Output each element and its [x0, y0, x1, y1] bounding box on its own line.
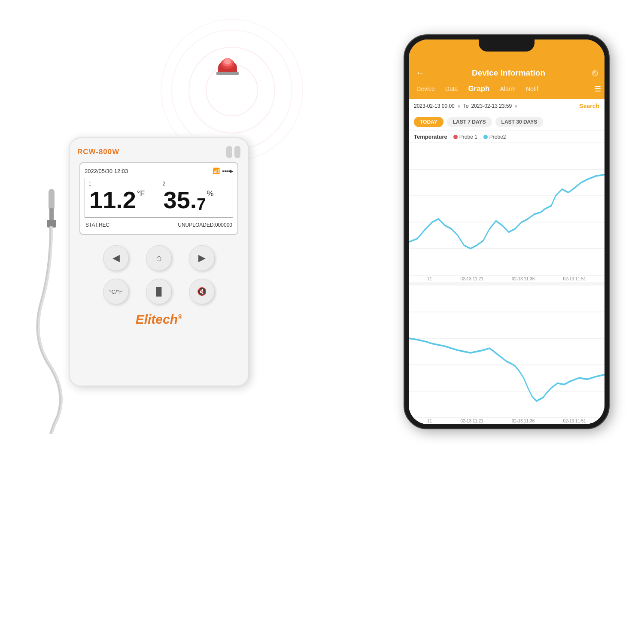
lcd-screen: 2022/05/30 12:03 📶 ▪▪▪▪▸ 1 11.2 °F	[79, 162, 238, 235]
to-date: 2023-02-13 23:59	[471, 103, 512, 109]
x-label-2: 02-13 11:21	[460, 276, 483, 281]
legend-probe2: Probe2	[483, 134, 506, 140]
smartphone: ← Device Information ⎋ Device Data Graph…	[404, 34, 610, 429]
legend-probe1: Probe 1	[453, 134, 477, 140]
app-header: ← Device Information ⎋	[409, 63, 605, 83]
channel2-reading: 2 35.7 %	[159, 178, 233, 217]
svg-rect-9	[216, 72, 239, 75]
channel1-value: 11.2	[89, 186, 136, 214]
unuploaded-display: UNUPLOADED:000000	[178, 222, 232, 228]
device-slots	[226, 146, 240, 158]
svg-rect-10	[49, 189, 55, 210]
tab-device[interactable]: Device	[412, 84, 439, 94]
x-label-1: 11	[427, 276, 432, 281]
tab-data[interactable]: Data	[441, 84, 462, 94]
menu-icon[interactable]: ☰	[594, 84, 601, 94]
left-button[interactable]: ◀	[103, 245, 129, 271]
record-button[interactable]: ▐▌	[146, 279, 172, 304]
alarm-siren-icon	[210, 45, 245, 79]
right-button[interactable]: ▶	[189, 245, 215, 271]
search-button[interactable]: Search	[579, 103, 599, 109]
bottom-chart-labels: 11 02-13 11:21 02-13 11:36 02-13 11:51	[409, 418, 605, 424]
channel2-value: 35.7	[164, 186, 206, 214]
share-button[interactable]: ⎋	[592, 67, 598, 79]
probe1-label: Probe 1	[459, 134, 477, 140]
chart-area: 11 02-13 11:21 02-13 11:36 02-13 11:51	[409, 143, 605, 424]
filter-30days[interactable]: LAST 30 DAYS	[495, 117, 544, 127]
brand-registered: ®	[178, 313, 182, 320]
date-range-row: 2023-02-13 00:00 ∨ To 2023-02-13 23:59 ∨…	[409, 99, 605, 113]
from-date-arrow[interactable]: ∨	[457, 103, 461, 109]
x-label-b1: 11	[427, 419, 432, 423]
phone-notch-area	[409, 39, 605, 63]
x-label-b4: 02-13 11:51	[563, 419, 586, 423]
channel2-num: 2	[163, 181, 166, 187]
to-label: To	[463, 103, 469, 109]
slot-2	[234, 146, 240, 158]
status-display: STAT:REC	[85, 222, 109, 228]
filter-7days[interactable]: LAST 7 DAYS	[447, 117, 492, 127]
device-buttons: ◀ ⌂ ▶ °C/°F ▐▌ 🔇	[77, 245, 240, 304]
top-chart-labels: 11 02-13 11:21 02-13 11:36 02-13 11:51	[409, 276, 605, 282]
chart-divider	[409, 282, 605, 286]
channel2-unit: %	[207, 189, 214, 198]
probe2-label: Probe2	[489, 134, 506, 140]
bottom-chart	[409, 286, 605, 418]
tab-alarm[interactable]: Alarm	[495, 84, 520, 94]
channel1-reading: 1 11.2 °F	[85, 178, 159, 217]
datetime-display: 2022/05/30 12:03	[85, 168, 128, 174]
brand-logo: Elitech®	[136, 312, 182, 327]
probe1-dot	[453, 135, 458, 139]
app-title: Device Information	[425, 68, 592, 78]
device-model: RCW-800W	[77, 148, 119, 156]
x-label-b2: 02-13 11:21	[460, 419, 483, 423]
wifi-icon: 📶	[213, 167, 220, 174]
battery-icon: ▪▪▪▪▸	[222, 168, 233, 174]
home-button[interactable]: ⌂	[146, 245, 172, 271]
probe2-dot	[483, 135, 488, 139]
channel1-num: 1	[88, 181, 91, 187]
nav-tabs: Device Data Graph Alarm Notif ☰	[409, 83, 605, 99]
filter-row: TODAY LAST 7 DAYS LAST 30 DAYS	[409, 113, 605, 131]
phone-notch	[479, 39, 535, 52]
x-label-4: 02-13 11:51	[563, 276, 586, 281]
svg-point-8	[224, 58, 231, 64]
back-button[interactable]: ←	[416, 67, 425, 79]
x-label-b3: 02-13 11:36	[512, 419, 535, 423]
from-date: 2023-02-13 00:00	[414, 103, 455, 109]
legend-row: Temperature Probe 1 Probe2	[409, 131, 605, 143]
brand-name: Elitech	[136, 312, 178, 326]
unit-toggle-button[interactable]: °C/°F	[103, 279, 129, 304]
filter-today[interactable]: TODAY	[414, 117, 444, 127]
svg-rect-11	[49, 208, 54, 221]
top-chart	[409, 143, 605, 276]
x-label-3: 02-13 11:36	[512, 276, 535, 281]
physical-device: RCW-800W 2022/05/30 12:03 📶 ▪▪▪▪▸	[69, 137, 249, 386]
tab-notif[interactable]: Notif	[522, 84, 543, 94]
channel1-unit: °F	[137, 189, 145, 198]
slot-1	[226, 146, 232, 158]
legend-label: Temperature	[414, 134, 447, 140]
to-date-arrow[interactable]: ∨	[514, 103, 518, 109]
mute-button[interactable]: 🔇	[189, 279, 215, 304]
tab-graph[interactable]: Graph	[464, 83, 494, 95]
